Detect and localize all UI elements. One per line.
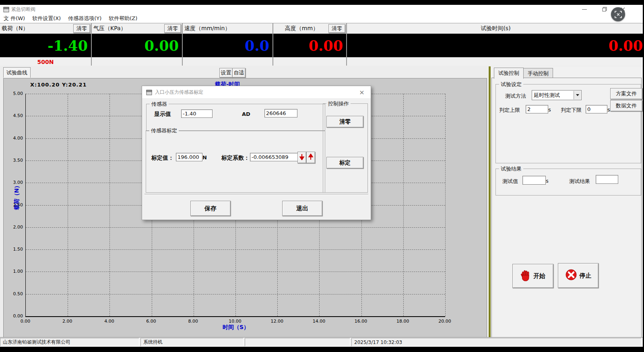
test-value-label: 测试值 [502, 178, 518, 185]
tab-manual-control[interactable]: 手动控制 [523, 68, 553, 79]
ad-label: AD [242, 111, 250, 117]
tab-test-control[interactable]: 试验控制 [494, 68, 524, 79]
cal-value-input[interactable]: 196.000 [176, 153, 202, 161]
lower-limit-label: 判定下限 [561, 107, 582, 114]
readout-test-time: 试验时间(s) 0.00 [347, 23, 643, 66]
dialog-icon [146, 89, 152, 97]
result-label: 测试结果 [569, 178, 590, 185]
bottom-frame [0, 346, 644, 352]
restore-button[interactable] [599, 5, 611, 13]
load-label: 载荷（N） [2, 25, 28, 32]
statusbar-system-state: 系统待机 [140, 338, 244, 346]
x-tick-label: 2.00 [57, 319, 77, 324]
statusbar-empty [245, 338, 350, 346]
x-tick-label: 6.00 [141, 319, 161, 324]
screenshot-overlay-icon[interactable] [611, 7, 625, 21]
display-value-label: 显示值 [154, 111, 171, 118]
menubar: 文 件(W) 软件设置(X) 传感器选项(Y) 软件帮助(Z) [0, 14, 643, 23]
y-tick-label: 2.00 [4, 224, 23, 230]
ad-input[interactable]: 260646 [264, 109, 297, 117]
statusbar-datetime: 2025/3/17 10:32:03 [351, 338, 642, 346]
method-value: 延时性测试 [534, 92, 560, 99]
load-zero-button[interactable]: 清零 [73, 24, 90, 33]
menu-help[interactable]: 软件帮助(Z) [105, 15, 141, 22]
arrow-up-icon [308, 154, 313, 161]
test-settings-label: 试验设定 [499, 81, 523, 88]
coef-label: 标定系数： [221, 154, 250, 162]
x-tick-label: 4.00 [99, 319, 119, 324]
menu-sensor-options[interactable]: 传感器选项(Y) [64, 15, 105, 22]
readout-load: 载荷（N） 清零 -1.40 500N [0, 23, 92, 66]
statusbar-company: 山东济南铂鉴测试技术有限公司 [0, 338, 139, 346]
y-tick-label: 1.50 [4, 247, 23, 252]
menu-file[interactable]: 文 件(W) [0, 15, 29, 22]
dialog-title: 入口小压力传感器标定 [155, 89, 203, 96]
y-tick-label: 1.00 [4, 269, 23, 274]
test-result-label: 试验结果 [499, 165, 523, 173]
x-tick-label: 12.00 [267, 319, 287, 324]
coef-decrease-button[interactable] [297, 152, 306, 163]
chart-settings-button[interactable]: 设置 [219, 68, 233, 78]
sensor-calibration-label: 传感器标定 [149, 127, 179, 134]
stop-button-label: 停止 [580, 272, 592, 280]
pressure-value: 0.00 [92, 34, 182, 57]
v-gridline [445, 94, 446, 316]
test-control-page: 试验设定 测试方法 延时性测试 方案文件 数据文件 判定上限 2 s 判定下限 … [491, 78, 642, 338]
menu-software-settings[interactable]: 软件设置(X) [29, 15, 64, 22]
upper-limit-label: 判定上限 [499, 107, 520, 114]
chart-autofit-button[interactable]: 自适 [232, 68, 246, 78]
readout-speed: 速度（mm/min） 0.0 [183, 23, 273, 66]
x-axis-label: 时间（S） [210, 324, 262, 331]
readout-panel: 载荷（N） 清零 -1.40 500N 气压（KPa） 清零 0.00 速度（m… [0, 23, 643, 66]
scheme-file-button[interactable]: 方案文件 [610, 88, 642, 99]
dialog-calibrate-button[interactable]: 标定 [326, 157, 363, 169]
save-button[interactable]: 保存 [190, 201, 231, 216]
height-zero-button[interactable]: 清零 [328, 24, 345, 33]
dialog-close-icon[interactable]: × [356, 88, 367, 97]
readout-pressure: 气压（KPa） 清零 0.00 [92, 23, 183, 66]
y-tick-label: 4.00 [4, 136, 23, 141]
stop-button[interactable]: 停止 [558, 263, 599, 288]
test-value-input[interactable] [522, 176, 546, 185]
coef-increase-button[interactable] [306, 152, 315, 163]
window-title: 紧急切断阀 [11, 6, 35, 13]
calibration-dialog: 入口小压力传感器标定 × 传感器 显示值 -1.40 AD 260646 传感器… [142, 86, 371, 220]
test-time-label: 试验时间(s) [481, 25, 510, 32]
height-value: 0.00 [273, 34, 346, 57]
data-file-button[interactable]: 数据文件 [610, 100, 642, 111]
x-tick-label: 14.00 [309, 319, 329, 324]
upper-limit-input[interactable]: 2 [526, 105, 548, 113]
start-button[interactable]: 开始 [512, 264, 553, 288]
v-gridline [403, 94, 404, 316]
speed-label: 速度（mm/min） [184, 25, 230, 32]
y-tick-label: 2.50 [4, 202, 23, 208]
cal-value-label: 标定值： [151, 154, 174, 162]
x-tick-label: 10.00 [225, 319, 245, 324]
upper-limit-unit: s [548, 107, 551, 113]
display-value-input[interactable]: -1.40 [181, 109, 213, 118]
y-tick-label: 0.00 [4, 313, 23, 319]
chevron-down-icon[interactable] [574, 91, 581, 99]
dialog-zero-button[interactable]: 清零 [326, 116, 363, 128]
x-tick-label: 0.00 [15, 319, 35, 324]
chart-cursor-readout: X:100.20 Y:20.21 [30, 82, 87, 88]
y-tick-label: 5.00 [4, 91, 23, 96]
minimize-button[interactable] [578, 5, 590, 13]
height-label: 高度（mm） [275, 25, 328, 32]
exit-button[interactable]: 退出 [282, 201, 322, 216]
lower-limit-input[interactable]: 0 [586, 105, 607, 113]
tab-test-curve[interactable]: 试验曲线 [3, 67, 31, 78]
sensor-group-label: 传感器 [150, 101, 169, 108]
load-range-note: 500N [0, 57, 91, 66]
test-value-unit: s [546, 178, 549, 184]
cal-unit-label: N [202, 154, 207, 161]
pressure-zero-button[interactable]: 清零 [164, 24, 181, 33]
result-input[interactable] [596, 175, 618, 184]
method-select[interactable]: 延时性测试 [532, 90, 582, 100]
readout-height: 高度（mm） 清零 0.00 [273, 23, 347, 66]
y-tick-label: 0.50 [4, 291, 23, 296]
arrow-down-icon [299, 154, 304, 161]
v-gridline [68, 94, 68, 316]
x-tick-label: 8.00 [183, 319, 203, 324]
coef-input[interactable]: -0.006653089 [250, 153, 299, 161]
